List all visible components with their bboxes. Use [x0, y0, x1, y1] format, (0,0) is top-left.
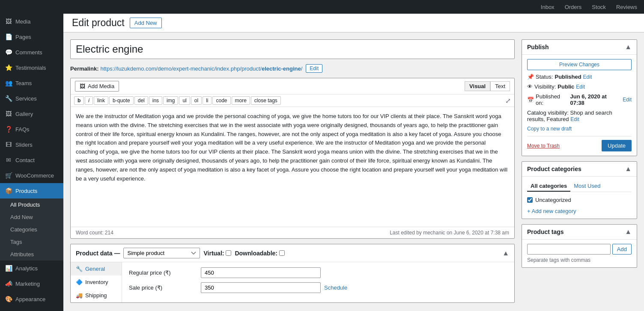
copy-draft-link[interactable]: Copy to a new draft	[527, 126, 632, 132]
sale-price-input[interactable]	[201, 282, 321, 293]
status-value: Published	[555, 74, 581, 80]
page-title: Edit product	[72, 17, 125, 29]
tab-general[interactable]: 🔧 General	[71, 262, 122, 275]
regular-price-row: Regular price (₹)	[129, 267, 507, 278]
sale-price-row: Sale price (₹) Schedule	[129, 282, 507, 293]
fullscreen-button[interactable]: ⤢	[505, 97, 511, 105]
ol-button[interactable]: ol	[191, 96, 202, 105]
regular-price-input[interactable]	[201, 267, 321, 278]
tab-inventory-label: Inventory	[85, 279, 108, 285]
permalink-url[interactable]: https://luzukdemo.com/demo/expert-mechan…	[100, 65, 302, 72]
del-button[interactable]: del	[134, 96, 148, 105]
update-button[interactable]: Update	[602, 140, 632, 151]
bquote-button[interactable]: b-quote	[109, 96, 134, 105]
add-new-button[interactable]: Add New	[130, 18, 162, 28]
sidebar-item-marketing[interactable]: 📣 Marketing	[0, 276, 63, 291]
sidebar-item-label: Sliders	[15, 142, 33, 148]
sidebar-item-products[interactable]: 📦 Products	[0, 183, 63, 198]
sidebar-item-analytics[interactable]: 📊 Analytics	[0, 261, 63, 276]
tags-box-content: Add Separate tags with commas	[522, 240, 637, 267]
sidebar-item-label: Products	[15, 188, 37, 194]
sidebar-item-gallery[interactable]: 🖼 Gallery	[0, 106, 63, 121]
sidebar-item-services[interactable]: 🔧 Services	[0, 91, 63, 106]
product-data-fields: Regular price (₹) Sale price (₹) Schedul…	[122, 262, 514, 302]
all-categories-tab[interactable]: All categories	[527, 181, 570, 192]
italic-button[interactable]: i	[85, 96, 93, 105]
move-to-trash-button[interactable]: Move to Trash	[527, 143, 560, 149]
tags-title: Product tags	[527, 228, 564, 235]
virtual-checkbox[interactable]	[226, 250, 231, 256]
most-used-tab[interactable]: Most Used	[570, 181, 604, 192]
tab-inventory[interactable]: 🔷 Inventory	[71, 275, 122, 289]
tab-shipping[interactable]: 🚚 Shipping	[71, 289, 122, 302]
status-edit-link[interactable]: Edit	[583, 74, 592, 80]
topbar-stock[interactable]: Stock	[592, 4, 606, 10]
submenu-add-new[interactable]: Add New	[0, 211, 63, 223]
catalog-edit-link[interactable]: Edit	[570, 116, 579, 122]
edit-permalink-button[interactable]: Edit	[306, 64, 322, 73]
publish-actions: Move to Trash Update	[527, 136, 632, 151]
product-title-input[interactable]	[70, 39, 515, 59]
sidebar-item-contact[interactable]: ✉ Contact	[0, 152, 63, 168]
published-on-edit-link[interactable]: Edit	[623, 97, 632, 103]
preview-changes-button[interactable]: Preview Changes	[527, 59, 632, 70]
submenu-tags[interactable]: Tags	[0, 236, 63, 248]
status-icon: 📌	[527, 74, 534, 80]
editor-box: 🖼 Add Media Visual Text b i link b-quote	[70, 78, 515, 239]
tags-collapse-button[interactable]: ▲	[625, 228, 632, 236]
downloadable-checkbox[interactable]	[279, 250, 285, 256]
code-button[interactable]: code	[212, 96, 230, 105]
published-on-label: Published on:	[536, 93, 569, 106]
add-media-icon: 🖼	[80, 83, 85, 89]
text-tab[interactable]: Text	[490, 81, 510, 91]
categories-collapse-button[interactable]: ▲	[625, 165, 632, 173]
topbar-orders[interactable]: Orders	[565, 4, 582, 10]
sidebar-item-woocommerce[interactable]: 🛒 WooCommerce	[0, 168, 63, 183]
sidebar-item-appearance[interactable]: 🎨 Appearance	[0, 291, 63, 307]
li-button[interactable]: li	[203, 96, 212, 105]
schedule-link[interactable]: Schedule	[324, 284, 347, 291]
link-button[interactable]: link	[94, 96, 108, 105]
downloadable-checkbox-label: Downloadable:	[235, 250, 285, 257]
topbar-inbox[interactable]: Inbox	[541, 4, 555, 10]
product-data-collapse-button[interactable]: ▲	[502, 249, 509, 257]
submenu-all-products[interactable]: All Products	[0, 198, 63, 211]
sidebar-item-teams[interactable]: 👥 Teams	[0, 75, 63, 91]
topbar-reviews[interactable]: Reviews	[616, 4, 637, 10]
more-button[interactable]: more	[232, 96, 250, 105]
add-media-label: Add Media	[88, 83, 114, 89]
visibility-edit-link[interactable]: Edit	[576, 84, 585, 90]
ul-button[interactable]: ul	[179, 96, 190, 105]
add-new-category-link[interactable]: + Add new category	[527, 208, 576, 214]
add-media-button[interactable]: 🖼 Add Media	[75, 81, 119, 92]
sidebar-item-label: Appearance	[15, 296, 45, 302]
ins-button[interactable]: ins	[149, 96, 162, 105]
editor-content[interactable]: We are the instructor of Meditation yoga…	[71, 107, 514, 227]
sidebar-item-pages[interactable]: 📄 Pages	[0, 29, 63, 44]
visual-tab[interactable]: Visual	[465, 81, 490, 91]
category-checkbox-uncategorized[interactable]	[527, 197, 533, 203]
contact-icon: ✉	[5, 157, 12, 163]
publish-collapse-button[interactable]: ▲	[625, 43, 632, 51]
close-tags-button[interactable]: close tags	[251, 96, 281, 105]
sidebar-item-faqs[interactable]: ❓ FAQs	[0, 121, 63, 137]
gallery-icon: 🖼	[5, 110, 12, 117]
sidebar-item-comments[interactable]: 💬 Comments	[0, 44, 63, 60]
sidebar-item-plugins[interactable]: 🔌 Plugins	[0, 307, 63, 311]
submenu-categories[interactable]: Categories	[0, 223, 63, 236]
virtual-label: Virtual:	[203, 250, 224, 257]
sidebar: 🖼 Media 📄 Pages 💬 Comments ⭐ Testimonial…	[0, 14, 63, 311]
submenu-attributes[interactable]: Attributes	[0, 248, 63, 261]
add-tag-button[interactable]: Add	[612, 244, 632, 255]
product-data-tabs: 🔧 General 🔷 Inventory 🚚 Shipping	[71, 262, 122, 302]
sidebar-item-media[interactable]: 🖼 Media	[0, 14, 63, 29]
sidebar-item-testimonials[interactable]: ⭐ Testimonials	[0, 60, 63, 75]
tags-input[interactable]	[527, 244, 611, 255]
tags-hint: Separate tags with commas	[527, 257, 632, 263]
product-type-select[interactable]: Simple product Variable product Grouped …	[123, 248, 200, 258]
bold-button[interactable]: b	[74, 96, 84, 105]
sidebar-item-sliders[interactable]: 🎞 Sliders	[0, 137, 63, 152]
permalink-label: Permalink:	[70, 65, 98, 72]
last-edited: Last edited by mechanic on June 6, 2020 …	[390, 230, 509, 236]
img-button[interactable]: img	[163, 96, 178, 105]
